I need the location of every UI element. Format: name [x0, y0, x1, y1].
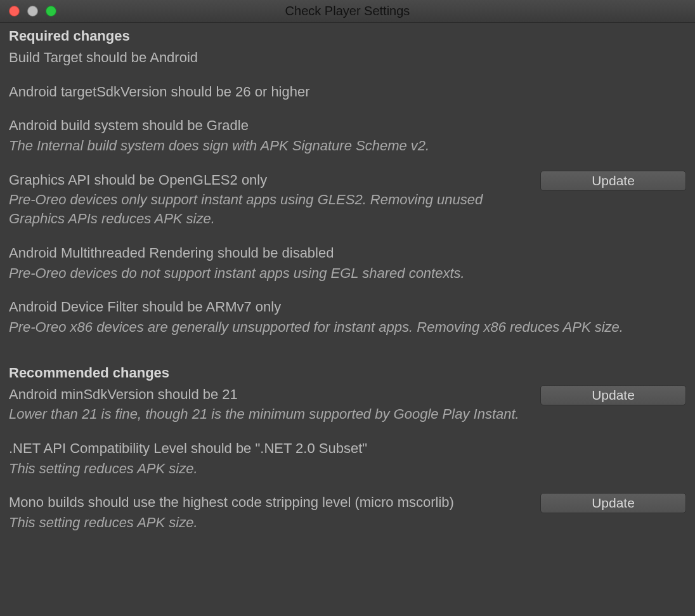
item-main-text: Android targetSdkVersion should be 26 or…	[9, 82, 686, 102]
window-title: Check Player Settings	[0, 4, 695, 18]
item-note-text: The Internal build system does sign with…	[9, 136, 686, 155]
window-controls	[0, 6, 56, 16]
item-note-text: This setting reduces APK size.	[9, 513, 531, 532]
recommended-item-net-api: .NET API Compatibility Level should be "…	[9, 439, 686, 478]
recommended-item-min-sdk: Android minSdkVersion should be 21 Lower…	[9, 385, 686, 424]
item-main-text: .NET API Compatibility Level should be "…	[9, 439, 686, 458]
titlebar: Check Player Settings	[0, 0, 695, 23]
maximize-icon[interactable]	[46, 6, 56, 16]
update-button-graphics-api[interactable]: Update	[540, 171, 686, 191]
settings-window: Check Player Settings Required changes B…	[0, 0, 695, 616]
recommended-item-mono-strip: Mono builds should use the highest code …	[9, 493, 686, 532]
close-icon[interactable]	[9, 6, 20, 16]
content-area: Required changes Build Target should be …	[0, 23, 695, 616]
item-main-text: Android build system should be Gradle	[9, 116, 686, 135]
item-main-text: Build Target should be Android	[9, 48, 686, 67]
item-main-text: Android minSdkVersion should be 21	[9, 385, 531, 404]
item-note-text: Lower than 21 is fine, though 21 is the …	[9, 405, 531, 424]
minimize-icon[interactable]	[27, 6, 38, 16]
required-heading: Required changes	[9, 28, 686, 44]
update-button-mono-strip[interactable]: Update	[540, 493, 686, 513]
update-button-min-sdk[interactable]: Update	[540, 385, 686, 405]
item-main-text: Android Device Filter should be ARMv7 on…	[9, 298, 686, 317]
required-item-build-target: Build Target should be Android	[9, 48, 686, 67]
item-note-text: Pre-Oreo x86 devices are generally unsup…	[9, 318, 686, 337]
item-main-text: Graphics API should be OpenGLES2 only	[9, 171, 531, 190]
item-main-text: Android Multithreaded Rendering should b…	[9, 244, 686, 263]
required-item-multithreaded: Android Multithreaded Rendering should b…	[9, 244, 686, 282]
item-main-text: Mono builds should use the highest code …	[9, 493, 531, 512]
recommended-heading: Recommended changes	[9, 365, 686, 381]
item-note-text: Pre-Oreo devices only support instant ap…	[9, 190, 531, 228]
item-note-text: Pre-Oreo devices do not support instant …	[9, 264, 686, 283]
required-item-target-sdk: Android targetSdkVersion should be 26 or…	[9, 82, 686, 102]
required-item-build-system: Android build system should be Gradle Th…	[9, 116, 686, 155]
item-note-text: This setting reduces APK size.	[9, 459, 686, 478]
required-item-device-filter: Android Device Filter should be ARMv7 on…	[9, 298, 686, 336]
required-item-graphics-api: Graphics API should be OpenGLES2 only Pr…	[9, 171, 686, 228]
